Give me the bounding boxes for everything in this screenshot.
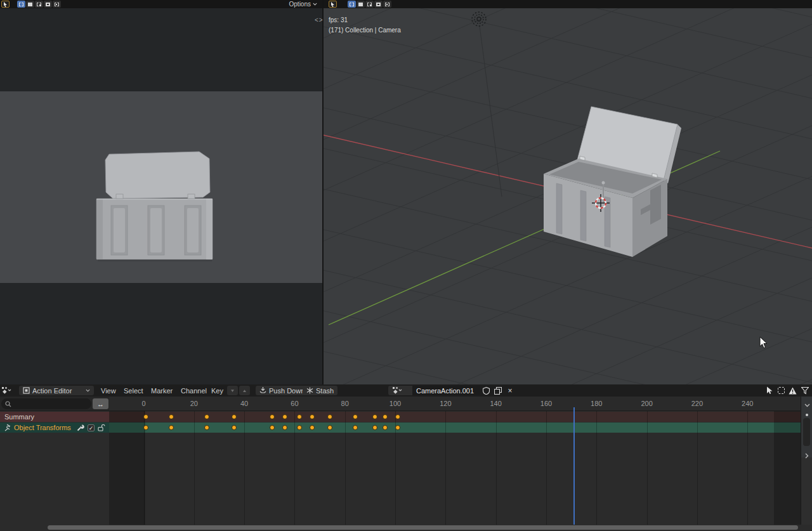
vertical-scrollbar[interactable]	[803, 418, 810, 446]
chest-panels	[111, 206, 201, 255]
menu-select[interactable]: Select	[122, 384, 145, 397]
chest-lid-front	[105, 152, 210, 199]
menu-channel[interactable]: Channel	[180, 384, 208, 397]
channel-label: Summary	[4, 413, 34, 421]
keyframe-dot[interactable]	[327, 414, 332, 419]
keyframe-dot[interactable]	[282, 414, 287, 419]
pin-icon[interactable]	[4, 424, 11, 431]
keyframe-dot[interactable]	[353, 425, 358, 430]
keyframe-dot[interactable]	[282, 425, 287, 430]
triangle-up-icon	[243, 389, 246, 393]
unlock-icon[interactable]	[98, 424, 105, 431]
select-box-invert-icon[interactable]	[374, 1, 383, 8]
expand-channels-button[interactable]: ↔	[93, 398, 108, 409]
new-action-button[interactable]	[492, 384, 504, 397]
keyframe-dot[interactable]	[395, 425, 400, 430]
channel-search-input[interactable]	[14, 400, 77, 407]
select-box-extend-icon[interactable]	[26, 1, 34, 8]
select-box-subtract-icon[interactable]	[365, 1, 374, 8]
filter-button[interactable]	[799, 384, 811, 397]
playhead-line[interactable]	[573, 407, 575, 525]
move-channel-down-button[interactable]	[227, 386, 238, 395]
perspective-scene	[324, 0, 812, 384]
editor-type-button[interactable]	[1, 384, 11, 397]
action-browse-icon	[392, 386, 402, 395]
stash-button[interactable]: Stash	[303, 386, 337, 395]
keyframe-dot[interactable]	[169, 425, 174, 430]
select-box-invert-icon[interactable]	[44, 1, 52, 8]
splitter-grip-icon[interactable]: <>	[315, 16, 324, 23]
modifier-wrench-icon[interactable]	[77, 424, 84, 431]
select-box-extend-icon[interactable]	[357, 1, 365, 8]
view-status-text: (171) Collection | Camera	[329, 25, 401, 36]
menu-key[interactable]: Key	[210, 384, 225, 397]
unlink-action-button[interactable]: ×	[504, 384, 516, 397]
ruler-tick-label: 100	[390, 400, 401, 407]
warning-icon	[789, 387, 797, 395]
fake-user-button[interactable]	[480, 384, 492, 397]
viewport-camera[interactable]: Options	[0, 0, 322, 384]
ruler-tick-label: 20	[190, 400, 198, 407]
frame-gridline	[244, 411, 245, 525]
ruler-tick-label: 200	[641, 400, 652, 407]
ruler-tick-label: 120	[440, 400, 451, 407]
menu-view[interactable]: View	[100, 384, 117, 397]
open-sidebar-button[interactable]	[801, 450, 812, 461]
tweak-tool-icon[interactable]	[1, 1, 10, 8]
select-box-intersect-icon[interactable]	[383, 1, 391, 8]
keyframe-dot[interactable]	[327, 425, 332, 430]
action-name: CameraAction.001	[416, 387, 474, 395]
chest-object[interactable]	[544, 107, 681, 257]
keyframe-dot[interactable]	[204, 425, 209, 430]
move-channel-up-button[interactable]	[239, 386, 250, 395]
select-box-new-icon[interactable]	[348, 1, 356, 8]
channel-search-box[interactable]	[1, 398, 91, 409]
keyframe-dot[interactable]	[297, 425, 302, 430]
ruler-tick-label: 140	[490, 400, 501, 407]
light-object[interactable]	[472, 12, 502, 197]
show-errors-toggle[interactable]	[787, 384, 798, 397]
action-name-field[interactable]: CameraAction.001	[412, 386, 480, 395]
select-mode-group	[348, 1, 391, 8]
keyframe-dot[interactable]	[143, 425, 148, 430]
dope-sheet-side-strip	[801, 397, 812, 525]
keyframe-dot[interactable]	[372, 425, 377, 430]
ruler-tick-label: 0	[141, 400, 145, 407]
keyframe-dot[interactable]	[204, 414, 209, 419]
channel-label: Object Transforms	[14, 424, 71, 431]
only-selected-toggle[interactable]	[764, 384, 775, 397]
action-editor-icon	[23, 387, 30, 394]
select-box-subtract-icon[interactable]	[35, 1, 43, 8]
viewport-right-header	[324, 0, 812, 8]
keyframe-dot[interactable]	[270, 414, 275, 419]
options-dropdown[interactable]: Options	[289, 0, 317, 8]
push-down-button[interactable]: Push Down	[256, 386, 308, 395]
search-icon	[5, 401, 11, 407]
frame-gridline	[697, 411, 698, 525]
horizontal-scrollbar[interactable]	[48, 525, 798, 530]
camera-view-chest	[0, 0, 322, 384]
keyframe-dot[interactable]	[310, 425, 315, 430]
keyframe-dot[interactable]	[395, 414, 400, 419]
tweak-tool-icon[interactable]	[329, 1, 337, 8]
close-icon: ×	[508, 386, 512, 395]
show-hidden-toggle[interactable]	[775, 384, 787, 397]
chest-hinge	[188, 194, 195, 199]
keyframe-dot[interactable]	[353, 414, 358, 419]
keyframe-dot[interactable]	[232, 425, 237, 430]
keyframe-dot[interactable]	[270, 425, 275, 430]
ruler-tick-label: 40	[240, 400, 248, 407]
ruler-tick-label: 80	[341, 400, 349, 407]
browse-action-button[interactable]	[388, 386, 412, 395]
double-arrow-icon: ↔	[97, 400, 104, 408]
timeline-ruler[interactable]: 020406080100120140160180200220240	[109, 397, 801, 411]
channel-enable-checkbox[interactable]: ✓	[88, 424, 95, 431]
select-box-intersect-icon[interactable]	[53, 1, 61, 8]
editor-mode-dropdown[interactable]: Action Editor	[19, 386, 94, 395]
keyframe-dot[interactable]	[383, 425, 388, 430]
frame-gridline	[294, 411, 295, 525]
menu-marker[interactable]: Marker	[150, 384, 174, 397]
dope-sheet-editor[interactable]: Action Editor View Select Marker Channel…	[0, 384, 812, 531]
select-box-new-icon[interactable]	[17, 1, 25, 8]
viewport-perspective[interactable]: fps: 31 (171) Collection | Camera	[324, 0, 812, 384]
